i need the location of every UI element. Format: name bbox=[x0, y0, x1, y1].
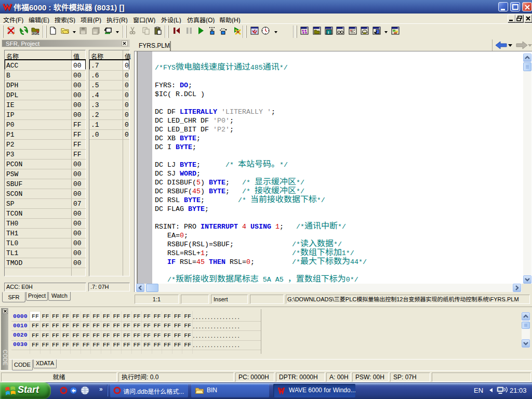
svg-text:10101: 10101 bbox=[32, 32, 39, 35]
svg-text:i: i bbox=[328, 30, 329, 35]
